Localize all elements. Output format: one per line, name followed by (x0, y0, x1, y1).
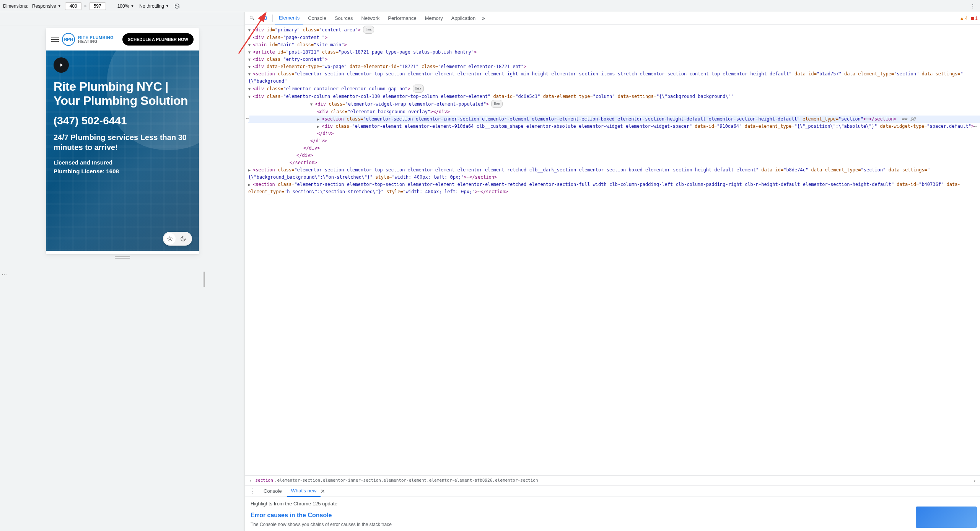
dimension-x: × (84, 3, 87, 9)
resize-handle-bottom[interactable] (115, 256, 130, 259)
brand-text: RITE PLUMBING HEATING (78, 36, 114, 44)
height-input[interactable] (89, 2, 106, 10)
device-mode-icon[interactable] (258, 13, 268, 23)
dom-node[interactable]: ▼<article id="post-18721" class="post-18… (248, 49, 980, 56)
dom-node[interactable]: ▼<main id="main" class="site-main"> (248, 41, 980, 49)
warning-badge[interactable]: ▲ 4 (960, 16, 968, 21)
tabs-overflow-icon[interactable]: » (482, 15, 485, 22)
schedule-button[interactable]: SCHEDULE A PLUMBER NOW (122, 33, 194, 46)
dimensions-label: Dimensions: (3, 3, 28, 9)
dom-node[interactable]: ▼<div class="elementor-widget-wrap eleme… (248, 100, 980, 108)
hamburger-icon[interactable] (51, 37, 59, 42)
dom-node[interactable]: ▼<div data-elementor-type="wp-page" data… (248, 63, 980, 70)
svg-point-0 (169, 238, 171, 239)
drawer-paragraph: The Console now shows you chains of erro… (251, 522, 975, 527)
brand-line2: HEATING (78, 40, 114, 44)
hero-phone[interactable]: (347) 502-6441 (54, 115, 191, 127)
device-toolbar: Dimensions: Responsive ▼ × 100% ▼ No thr… (0, 0, 980, 12)
dom-tree[interactable]: ⋯ ▼<div id="primary" class="content-area… (245, 24, 980, 475)
hero-licensed: Licensed and Insured (54, 159, 191, 166)
drawer-body: Highlights from the Chrome 125 update Er… (245, 497, 980, 531)
hero-subtitle: 24/7 Plumbing services Less than 30 minu… (54, 132, 191, 152)
tab-network[interactable]: Network (358, 12, 384, 24)
dom-node[interactable]: ▼<div id="primary" class="content-area">… (248, 26, 980, 34)
drawer-heading: Error causes in the Console (251, 512, 975, 519)
brand-line1: RITE PLUMBING (78, 36, 114, 40)
dom-breadcrumb[interactable]: ‹ section.elementor-section.elementor-in… (245, 475, 980, 485)
tab-console[interactable]: Console (304, 12, 330, 24)
drawer-headline: Highlights from the Chrome 125 update (251, 501, 975, 507)
drawer-illustration (916, 507, 977, 528)
breadcrumb-tag[interactable]: section (255, 478, 273, 483)
device-select[interactable]: Responsive ▼ (31, 3, 63, 10)
preview-pane: RPH RITE PLUMBING HEATING SCHEDULE A PLU… (0, 12, 245, 531)
dom-node[interactable]: </div> (248, 152, 980, 159)
sun-icon (164, 233, 176, 244)
play-icon[interactable] (54, 57, 69, 73)
site-header: RPH RITE PLUMBING HEATING SCHEDULE A PLU… (46, 28, 199, 50)
zoom-value: 100% (117, 3, 129, 9)
dom-node[interactable]: <div class="elementor-background-overlay… (248, 108, 980, 116)
gutter-menu-icon[interactable]: ⋯ (245, 115, 249, 122)
error-badge[interactable]: ◼ 1 (970, 16, 978, 21)
dom-node[interactable]: </div> (248, 137, 980, 145)
caret-down-icon: ▼ (166, 4, 169, 8)
dom-node[interactable]: ▼<div class="entry-content"> (248, 56, 980, 63)
tab-elements[interactable]: Elements (275, 12, 303, 24)
device-select-value: Responsive (32, 3, 56, 9)
devtools-tabs: Elements Console Sources Network Perform… (245, 12, 980, 24)
dom-node[interactable]: ▼<div class="page-content "> (248, 34, 980, 41)
device-frame: RPH RITE PLUMBING HEATING SCHEDULE A PLU… (46, 28, 199, 254)
drawer-tabs: ⋮ Console What's new ✕ (245, 485, 980, 497)
drawer: ⋮ Console What's new ✕ Highlights from t… (245, 485, 980, 531)
brand: RPH RITE PLUMBING HEATING (51, 33, 114, 46)
throttling-select[interactable]: No throttling ▼ (138, 3, 171, 10)
tab-memory[interactable]: Memory (421, 12, 447, 24)
kebab-menu-icon[interactable]: ⋮ (969, 2, 977, 10)
inspect-icon[interactable] (247, 13, 257, 23)
svg-rect-4 (265, 16, 267, 20)
hero: Rite Plumbing NYC | Your Plumbing Soluti… (46, 50, 199, 251)
throttling-value: No throttling (139, 3, 164, 9)
caret-down-icon: ▼ (130, 4, 134, 8)
dom-node[interactable]: ▶<section class="elementor-section eleme… (248, 166, 980, 181)
hero-license-no: Plumbing License: 1608 (54, 168, 191, 174)
close-icon[interactable]: ✕ (321, 488, 325, 494)
tab-application[interactable]: Application (448, 12, 480, 24)
zoom-select[interactable]: 100% ▼ (116, 3, 136, 10)
dom-node-selected[interactable]: ▶<section class="elementor-section eleme… (248, 116, 980, 123)
logo-icon: RPH (62, 33, 75, 46)
svg-rect-3 (260, 16, 264, 20)
ruler (0, 18, 245, 26)
resize-handle-right[interactable] (203, 272, 205, 287)
caret-down-icon: ▼ (58, 4, 61, 8)
breadcrumb-classes[interactable]: .elementor-section.elementor-inner-secti… (275, 478, 538, 483)
drawer-kebab-icon[interactable]: ⋮ (247, 487, 258, 495)
dom-node[interactable]: ▼<div class="elementor-container element… (248, 85, 980, 93)
svg-rect-2 (250, 16, 252, 18)
dom-node[interactable]: ▼<section class="elementor-section eleme… (248, 70, 980, 85)
drawer-tab-whatsnew[interactable]: What's new (287, 485, 321, 497)
tab-sources[interactable]: Sources (331, 12, 357, 24)
moon-icon (176, 236, 191, 242)
dom-node[interactable]: ▶<div class="elementor-element elementor… (248, 123, 980, 137)
rotate-icon[interactable] (173, 2, 181, 10)
devtools: Elements Console Sources Network Perform… (245, 12, 980, 531)
width-input[interactable] (65, 2, 82, 10)
dom-node[interactable]: ▼<div class="elementor-column elementor-… (248, 93, 980, 100)
dom-node[interactable]: </div> (248, 145, 980, 152)
tab-performance[interactable]: Performance (384, 12, 420, 24)
gutter-dots-icon: ⋯ (2, 272, 7, 278)
drawer-tab-console[interactable]: Console (260, 485, 286, 497)
dom-node[interactable]: </section> (248, 159, 980, 166)
hero-title: Rite Plumbing NYC | Your Plumbing Soluti… (54, 80, 191, 108)
dom-node[interactable]: ▶<section class="elementor-section eleme… (248, 181, 980, 195)
chevron-right-icon[interactable]: › (972, 477, 978, 484)
theme-toggle[interactable] (163, 232, 192, 246)
chevron-left-icon[interactable]: ‹ (247, 477, 254, 484)
